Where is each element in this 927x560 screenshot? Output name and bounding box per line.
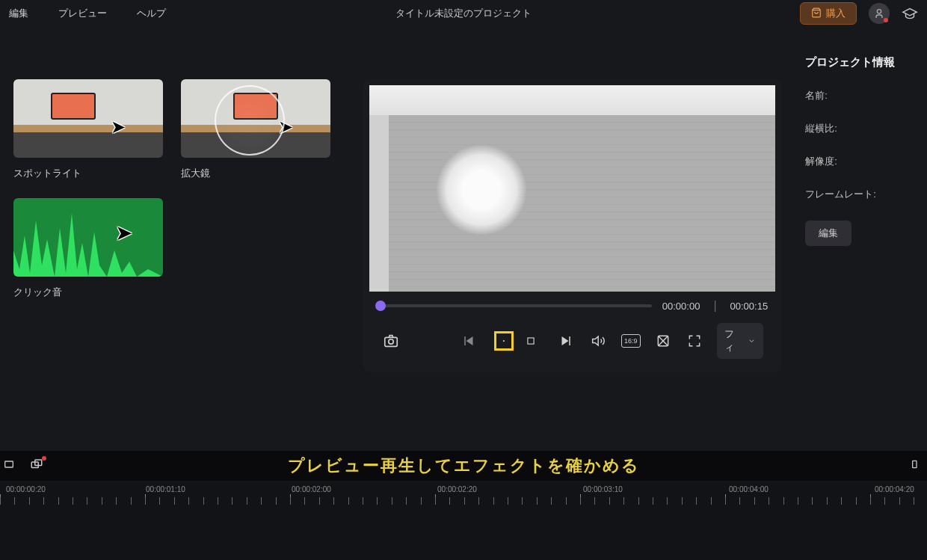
effect-card-magnifier[interactable]: ➤ 拡大鏡 xyxy=(181,79,330,180)
effect-thumb-spotlight: ➤ xyxy=(13,79,163,158)
svg-marker-1 xyxy=(13,213,163,277)
svg-rect-11 xyxy=(913,461,917,467)
ruler-mark: 00:00:04:00 xyxy=(729,485,769,493)
ruler-mark: 00:00:00:20 xyxy=(6,485,46,493)
buy-label: 購入 xyxy=(826,7,846,20)
user-avatar-button[interactable] xyxy=(869,3,890,24)
snapshot-button[interactable] xyxy=(381,331,400,351)
banner-text: プレビュー再生してエフェクトを確かめる xyxy=(288,455,640,477)
svg-rect-5 xyxy=(528,338,534,344)
timeline-area: 00:00:00:20 00:00:01:10 00:00:02:00 00:0… xyxy=(0,481,927,560)
ruler-mark: 00:00:02:00 xyxy=(292,485,331,493)
effect-card-spotlight[interactable]: ➤ スポットライト xyxy=(13,79,163,180)
fullscreen-button[interactable] xyxy=(686,331,703,351)
svg-rect-4 xyxy=(464,336,466,345)
effect-label: クリック音 xyxy=(13,286,163,299)
info-name-label: 名前: xyxy=(805,89,912,102)
fit-label: フィ xyxy=(724,327,742,354)
prev-frame-button[interactable] xyxy=(460,331,479,351)
instruction-banner: プレビュー再生してエフェクトを確かめる xyxy=(0,451,927,481)
fit-dropdown[interactable]: フィ xyxy=(717,323,763,359)
effect-thumb-click-sound: ➤ xyxy=(13,198,163,277)
menu-help[interactable]: ヘルプ xyxy=(137,7,166,20)
preview-viewport xyxy=(369,85,775,292)
buy-button[interactable]: 購入 xyxy=(800,2,857,25)
sidebar-toggle-button[interactable] xyxy=(911,458,923,473)
svg-point-3 xyxy=(388,339,392,344)
scrub-slider[interactable] xyxy=(377,304,652,307)
scrub-handle[interactable] xyxy=(375,301,386,311)
project-info-panel: プロジェクト情報 名前: 縦横比: 解像度: フレームレート: 編集 xyxy=(790,34,927,443)
menu-preview[interactable]: プレビュー xyxy=(58,7,107,20)
effects-panel: ➤ スポットライト ➤ 拡大鏡 ➤ クリック音 xyxy=(0,34,354,443)
info-aspect-label: 縦横比: xyxy=(805,122,912,135)
time-total: 00:00:15 xyxy=(730,301,769,312)
cursor-arrow-icon: ➤ xyxy=(111,117,126,138)
cart-icon xyxy=(811,7,822,20)
stop-button[interactable] xyxy=(521,331,541,351)
volume-button[interactable] xyxy=(590,331,608,351)
info-framerate-label: フレームレート: xyxy=(805,188,912,201)
cursor-arrow-icon: ➤ xyxy=(278,117,293,138)
effect-label: スポットライト xyxy=(13,167,163,180)
effect-thumb-magnifier: ➤ xyxy=(181,79,330,158)
main-workspace: ➤ スポットライト ➤ 拡大鏡 ➤ クリック音 xyxy=(0,27,927,451)
cursor-arrow-icon: ➤ xyxy=(115,221,132,245)
top-menu-bar: 編集 プレビュー ヘルプ タイトル未設定のプロジェクト 購入 xyxy=(0,0,927,27)
edit-project-info-button[interactable]: 編集 xyxy=(805,221,851,246)
timeline-ruler[interactable]: 00:00:00:20 00:00:01:10 00:00:02:00 00:0… xyxy=(0,481,927,508)
ruler-mark: 00:00:03:10 xyxy=(583,485,623,493)
effect-label: 拡大鏡 xyxy=(181,167,330,180)
project-title: タイトル未設定のプロジェクト xyxy=(395,7,532,20)
windows-icon-button[interactable] xyxy=(30,458,43,474)
chevron-down-icon xyxy=(748,336,756,345)
svg-point-0 xyxy=(877,10,881,13)
preview-panel: 00:00:00 | 00:00:15 xyxy=(363,34,781,443)
svg-rect-6 xyxy=(569,336,570,345)
svg-rect-8 xyxy=(5,461,13,467)
ruler-mark: 00:00:04:20 xyxy=(875,485,914,493)
info-panel-title: プロジェクト情報 xyxy=(805,55,912,70)
timeline-tracks[interactable] xyxy=(0,508,927,560)
aspect-ratio-button[interactable]: 16:9 xyxy=(621,334,641,348)
window-icon-button[interactable] xyxy=(3,458,15,473)
effect-card-click-sound[interactable]: ➤ クリック音 xyxy=(13,198,163,299)
graduation-cap-icon[interactable] xyxy=(902,5,918,22)
ruler-mark: 00:00:01:10 xyxy=(146,485,185,493)
next-frame-button[interactable] xyxy=(555,331,575,351)
ruler-mark: 00:00:02:20 xyxy=(437,485,477,493)
info-resolution-label: 解像度: xyxy=(805,155,912,168)
time-current: 00:00:00 xyxy=(662,301,700,312)
time-divider: | xyxy=(713,299,716,313)
play-button[interactable] xyxy=(494,331,514,351)
mask-button[interactable] xyxy=(654,331,672,351)
menu-edit[interactable]: 編集 xyxy=(9,7,28,20)
